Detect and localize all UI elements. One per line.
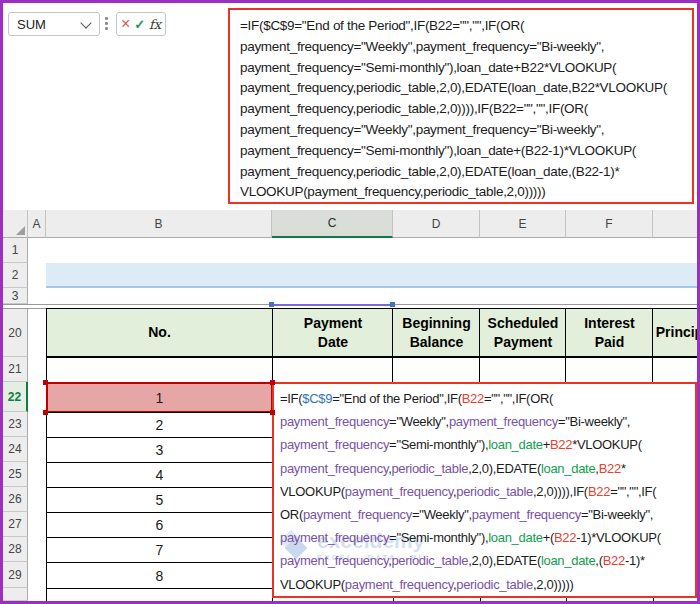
column-header-c-selected[interactable]: C (272, 210, 393, 238)
cell-b30-partial[interactable] (46, 588, 273, 602)
cell-formula-line: payment_frequency="Semi-monthly"),loan_d… (280, 433, 695, 456)
cell-b26[interactable]: 5 (46, 487, 273, 513)
insert-function-icon[interactable]: fx (149, 17, 161, 32)
row-header-3[interactable]: 3 (3, 288, 28, 304)
row-header-21[interactable]: 21 (3, 357, 28, 382)
cell-b29[interactable]: 8 (46, 562, 273, 589)
cell-formula-line: payment_frequency,periodic_table,2,0),ED… (280, 549, 695, 572)
formula-bar-grip-icon (105, 17, 108, 30)
row-header-29[interactable]: 29 (3, 562, 28, 588)
selection-handle-icon[interactable] (270, 380, 275, 385)
row-header-2[interactable]: 2 (3, 263, 28, 288)
cell-b24[interactable]: 3 (46, 437, 273, 463)
cell-formula-line: VLOOKUP(payment_frequency,periodic_table… (280, 573, 695, 596)
select-all-corner[interactable] (3, 210, 28, 238)
cell-b25[interactable]: 4 (46, 462, 273, 488)
formula-bar-line: payment_frequency,periodic_table,2,0),ED… (240, 162, 692, 183)
select-all-triangle-icon (16, 226, 25, 235)
column-header-e[interactable]: E (480, 210, 566, 238)
formula-bar-line: payment_frequency="Weekly",payment_frequ… (240, 37, 692, 58)
referenced-range-border (272, 304, 393, 306)
cancel-icon[interactable]: × (121, 16, 130, 32)
column-header-a[interactable]: A (28, 210, 46, 238)
formula-bar-line: payment_frequency="Semi-monthly"),loan_d… (240, 141, 692, 162)
cell-f21[interactable] (565, 357, 654, 383)
cell-c21[interactable] (272, 357, 394, 383)
cell-b28[interactable]: 7 (46, 537, 273, 563)
formula-bar-line: payment_frequency="Weekly",payment_frequ… (240, 120, 692, 141)
row-header-1[interactable]: 1 (3, 238, 28, 263)
cell-b27[interactable]: 6 (46, 512, 273, 538)
selection-handle-icon[interactable] (43, 380, 48, 385)
cell-formula-overlay[interactable]: exceldemy EXCEL - DATA - BI =IF($C$9="En… (272, 382, 697, 598)
cell-b23[interactable]: 2 (46, 412, 273, 438)
formula-bar-line: VLOOKUP(payment_frequency,periodic_table… (240, 182, 692, 203)
cell-formula-line: VLOOKUP(payment_frequency,periodic_table… (280, 480, 695, 503)
name-box[interactable]: SUM (8, 12, 100, 36)
chevron-down-icon[interactable] (80, 17, 91, 28)
formula-bar-input[interactable]: =IF($C$9="End of the Period",IF(B22="","… (228, 8, 694, 204)
cell-d21[interactable] (392, 357, 481, 383)
cell-b22-referenced[interactable]: 1 (46, 382, 273, 413)
cell-formula-line: payment_frequency="Semi-monthly"),loan_d… (280, 526, 695, 549)
row-header-27[interactable]: 27 (3, 512, 28, 537)
header-cell-payment-date[interactable]: Payment Date (272, 308, 394, 357)
formula-bar-line: =IF($C$9="End of the Period",IF(B22="","… (240, 16, 692, 37)
formula-bar-line: payment_frequency,periodic_table,2,0),ED… (240, 78, 692, 99)
excel-window: SUM × ✓ fx =IF($C$9="End of the Period",… (0, 0, 700, 604)
formula-bar-line: payment_frequency="Semi-monthly"),loan_d… (240, 58, 692, 79)
column-header-g-partial[interactable] (653, 210, 700, 238)
row-header-30-partial[interactable] (3, 588, 28, 601)
row-header-25[interactable]: 25 (3, 462, 28, 487)
header-cell-no[interactable]: No. (46, 308, 273, 357)
cell-e21[interactable] (479, 357, 567, 383)
row-header-20[interactable]: 20 (3, 309, 28, 357)
enter-icon[interactable]: ✓ (134, 17, 145, 32)
range-handle-icon[interactable] (269, 302, 274, 307)
header-cell-principal-paid[interactable]: Principal Paid (652, 308, 700, 357)
row-header-24[interactable]: 24 (3, 437, 28, 462)
row-header-26[interactable]: 26 (3, 487, 28, 512)
cell-formula-line: =IF($C$9="End of the Period",IF(B22="","… (280, 387, 695, 410)
header-cell-interest-paid[interactable]: Interest Paid (565, 308, 654, 357)
column-header-f[interactable]: F (566, 210, 653, 238)
row-header-23[interactable]: 23 (3, 412, 28, 437)
cell-formula-line: payment_frequency="Weekly",payment_frequ… (280, 410, 695, 433)
selection-handle-icon[interactable] (270, 410, 275, 415)
title-banner-row (46, 263, 697, 288)
cell-g21[interactable] (652, 357, 700, 383)
header-cell-scheduled-payment[interactable]: Scheduled Payment (479, 308, 567, 357)
selection-handle-icon[interactable] (43, 410, 48, 415)
column-header-d[interactable]: D (393, 210, 480, 238)
row-header-28[interactable]: 28 (3, 537, 28, 562)
cell-b21[interactable] (46, 357, 273, 383)
cell-formula-line: payment_frequency,periodic_table,2,0),ED… (280, 457, 695, 480)
name-box-value: SUM (9, 17, 82, 32)
range-handle-icon[interactable] (390, 302, 395, 307)
cell-formula-line: OR(payment_frequency="Weekly",payment_fr… (280, 503, 695, 526)
formula-bar-line: payment_frequency,periodic_table,2,0))))… (240, 99, 692, 120)
column-header-b[interactable]: B (46, 210, 272, 238)
row-header-22-selected[interactable]: 22 (3, 382, 28, 412)
formula-bar-buttons: × ✓ fx (116, 12, 166, 36)
header-cell-beginning-balance[interactable]: Beginning Balance (392, 308, 481, 357)
